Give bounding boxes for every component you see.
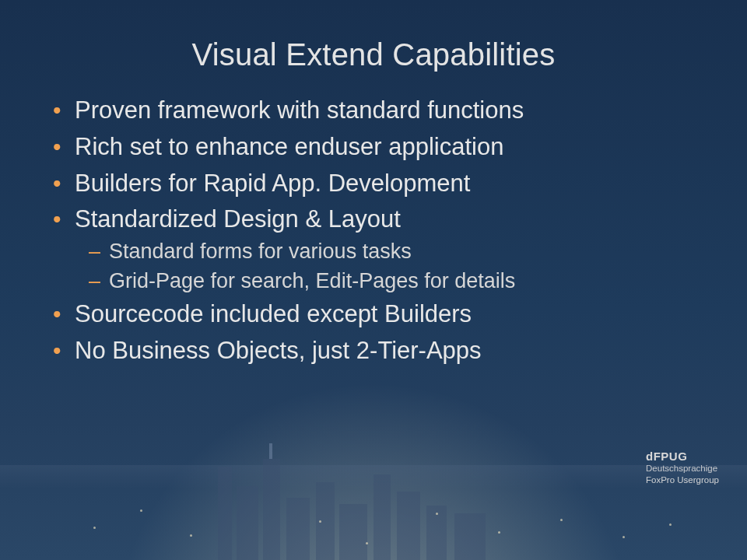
bullet-item: Sourcecode included except Builders	[51, 298, 710, 331]
footer-line-2: FoxPro Usergroup	[646, 474, 719, 485]
bullet-item: No Business Objects, just 2-Tier-Apps	[51, 334, 710, 368]
bullet-list: Proven framework with standard functions…	[51, 94, 710, 368]
footer-line-1: Deutschsprachige	[646, 463, 719, 474]
bullet-item: Builders for Rapid App. Development	[51, 167, 710, 201]
slide: Visual Extend Capabilities Proven framew…	[0, 0, 747, 560]
bullet-item: Proven framework with standard functions	[51, 94, 710, 128]
bullet-text: No Business Objects, just 2-Tier-Apps	[75, 337, 482, 364]
sub-bullet-text: Grid-Page for search, Edit-Pages for det…	[109, 269, 515, 292]
bullet-text: Rich set to enhance enduser application	[75, 133, 503, 160]
bullet-text: Sourcecode included except Builders	[75, 300, 472, 327]
bullet-item: Standardized Design & Layout Standard fo…	[51, 203, 710, 295]
bullet-text: Standardized Design & Layout	[75, 205, 401, 233]
bullet-item: Rich set to enhance enduser application	[51, 131, 710, 164]
footer: dFPUG Deutschsprachige FoxPro Usergroup	[646, 450, 719, 485]
sub-bullet-text: Standard forms for various tasks	[109, 240, 412, 263]
sub-bullet-item: Standard forms for various tasks	[89, 238, 710, 266]
slide-title: Visual Extend Capabilities	[37, 37, 710, 72]
bullet-text: Builders for Rapid App. Development	[75, 170, 470, 197]
bullet-text: Proven framework with standard functions	[75, 96, 524, 124]
sub-bullet-list: Standard forms for various tasks Grid-Pa…	[89, 238, 710, 295]
sub-bullet-item: Grid-Page for search, Edit-Pages for det…	[89, 268, 710, 296]
footer-brand: dFPUG	[646, 450, 719, 463]
